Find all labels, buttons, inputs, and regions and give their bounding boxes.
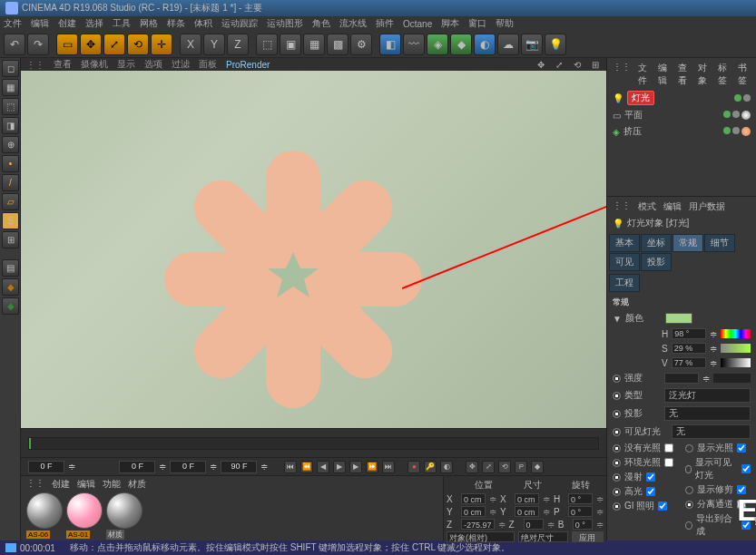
goto-start-button[interactable]: ⏮ [284, 461, 297, 473]
workplane-snap-button[interactable]: ⊞ [2, 231, 19, 248]
menu-spline[interactable]: 样条 [167, 17, 185, 30]
color-swatch[interactable] [665, 313, 692, 324]
tab-basic[interactable]: 基本 [609, 234, 640, 252]
check-no-illum[interactable]: 没有光照 [609, 441, 682, 455]
snap-toggle-button[interactable]: S [2, 212, 19, 229]
material-item[interactable]: 材质 [106, 492, 142, 540]
vp-view[interactable]: 查看 [54, 58, 72, 71]
am-udata[interactable]: 用户数据 [689, 200, 725, 213]
pla-key-button[interactable]: ◆ [531, 461, 544, 473]
deformer-button[interactable]: ◐ [474, 34, 496, 55]
pos-z[interactable]: -275.97 cm [461, 519, 495, 530]
type-select[interactable]: 泛光灯 [664, 388, 751, 403]
render-region-button[interactable]: ▦ [303, 34, 325, 55]
om-view[interactable]: 查看 [678, 62, 691, 87]
frame-min[interactable]: 0 F [170, 461, 206, 473]
mat-create[interactable]: 创建 [52, 478, 70, 489]
vislight-select[interactable]: 无 [672, 424, 751, 439]
workplane-button[interactable]: ⬚ [2, 98, 19, 115]
pos-y[interactable]: 0 cm [461, 506, 486, 517]
val-input[interactable]: 77 % [672, 357, 706, 368]
om-file[interactable]: 文件 [638, 62, 651, 87]
environment-button[interactable]: ☁ [497, 34, 519, 55]
mat-func[interactable]: 功能 [103, 478, 121, 489]
vp-panel[interactable]: 面板 [199, 58, 217, 71]
spinner-icon[interactable]: ≑ [260, 462, 268, 472]
val-slider[interactable] [721, 358, 751, 367]
edge-mode-button[interactable]: / [2, 174, 19, 191]
menu-edit[interactable]: 编辑 [31, 17, 49, 30]
menu-mograph[interactable]: 运动图形 [267, 17, 303, 30]
check-gi[interactable]: GI 照明 [609, 499, 682, 513]
axis-mode-button[interactable]: ⊕ [2, 136, 19, 153]
menu-window[interactable]: 窗口 [468, 17, 486, 30]
spline-button[interactable]: 〰 [403, 34, 425, 55]
light-button[interactable]: 💡 [545, 34, 566, 55]
menu-motrack[interactable]: 运动跟踪 [221, 17, 258, 30]
tab-project[interactable]: 工程 [609, 274, 640, 292]
enable-snap-button[interactable]: ▤ [2, 259, 19, 277]
menu-character[interactable]: 角色 [312, 17, 330, 30]
spinner-icon[interactable]: ≑ [159, 462, 166, 472]
record-button[interactable]: ● [407, 461, 420, 473]
render-settings-button[interactable]: ⚙ [350, 34, 372, 55]
menu-mesh[interactable]: 网格 [140, 17, 158, 30]
last-tool[interactable]: ✛ [151, 34, 172, 55]
model-mode-button[interactable]: ◻ [2, 60, 19, 77]
vp-nav1-icon[interactable]: ✥ [537, 60, 546, 69]
apply-button[interactable]: 应用 [572, 531, 604, 542]
tab-general[interactable]: 常规 [673, 234, 703, 252]
om-obj[interactable]: 对象 [698, 62, 711, 87]
arrow-icon[interactable]: ▼ [613, 314, 622, 324]
mat-tex[interactable]: 材质 [128, 478, 146, 489]
vp-options[interactable]: 选项 [144, 58, 162, 71]
y-axis-button[interactable]: Y [203, 34, 225, 55]
frame-max[interactable]: 90 F [221, 461, 257, 473]
menu-octane[interactable]: Octane [403, 19, 432, 29]
rot-b[interactable]: 0 ° [573, 519, 593, 530]
misc-button[interactable]: ◆ [2, 278, 19, 296]
vp-nav4-icon[interactable]: ⊞ [592, 60, 601, 69]
menu-help[interactable]: 帮助 [496, 17, 514, 30]
object-mode-button[interactable]: ◨ [2, 117, 19, 134]
om-bm[interactable]: 书签 [738, 62, 751, 87]
size-y[interactable]: 0 cm [515, 506, 539, 517]
spinner-icon[interactable]: ≑ [210, 462, 217, 472]
menu-pipeline[interactable]: 流水线 [339, 17, 367, 30]
size-mode[interactable]: 绝对尺寸 [518, 531, 568, 542]
autokey-button[interactable]: 🔑 [424, 461, 437, 473]
hue-input[interactable]: 98 ° [672, 328, 706, 339]
z-axis-button[interactable]: Z [227, 34, 249, 55]
check-diffuse[interactable]: 漫射 [609, 470, 682, 484]
menu-script[interactable]: 脚本 [441, 17, 459, 30]
pos-x[interactable]: 0 cm [461, 493, 486, 504]
sat-input[interactable]: 29 % [672, 343, 706, 354]
check-specular[interactable]: 高光 [609, 484, 682, 499]
goto-end-button[interactable]: ⏭ [382, 461, 395, 473]
tab-detail[interactable]: 细节 [704, 234, 735, 252]
tab-shadow[interactable]: 投影 [641, 253, 672, 271]
rot-key-button[interactable]: ⟲ [498, 461, 511, 473]
nurbs-button[interactable]: ◈ [427, 34, 448, 55]
vp-display[interactable]: 显示 [117, 58, 135, 71]
next-key-button[interactable]: ⏩ [366, 461, 378, 473]
prev-key-button[interactable]: ⏪ [300, 461, 313, 473]
om-edit[interactable]: 编辑 [658, 62, 671, 87]
keysel-button[interactable]: ◐ [440, 461, 453, 473]
menu-tools[interactable]: 工具 [113, 17, 131, 30]
misc2-button[interactable]: ◆ [2, 297, 19, 315]
frame-start[interactable]: 0 F [28, 461, 64, 473]
param-key-button[interactable]: P [515, 461, 527, 473]
menu-create[interactable]: 创建 [58, 17, 76, 30]
mat-edit[interactable]: 编辑 [77, 478, 95, 489]
scale-tool[interactable]: ⤢ [103, 34, 125, 55]
am-mode[interactable]: 模式 [638, 200, 656, 213]
vp-prorender[interactable]: ProRender [226, 60, 270, 70]
timeline-ruler[interactable] [28, 437, 599, 450]
sat-slider[interactable] [721, 344, 751, 353]
frame-current[interactable]: 0 F [119, 461, 155, 473]
size-x[interactable]: 0 cm [515, 493, 539, 504]
poly-mode-button[interactable]: ▱ [2, 193, 19, 210]
select-tool[interactable]: ▭ [56, 34, 78, 55]
play-button[interactable]: ▶ [333, 461, 346, 473]
